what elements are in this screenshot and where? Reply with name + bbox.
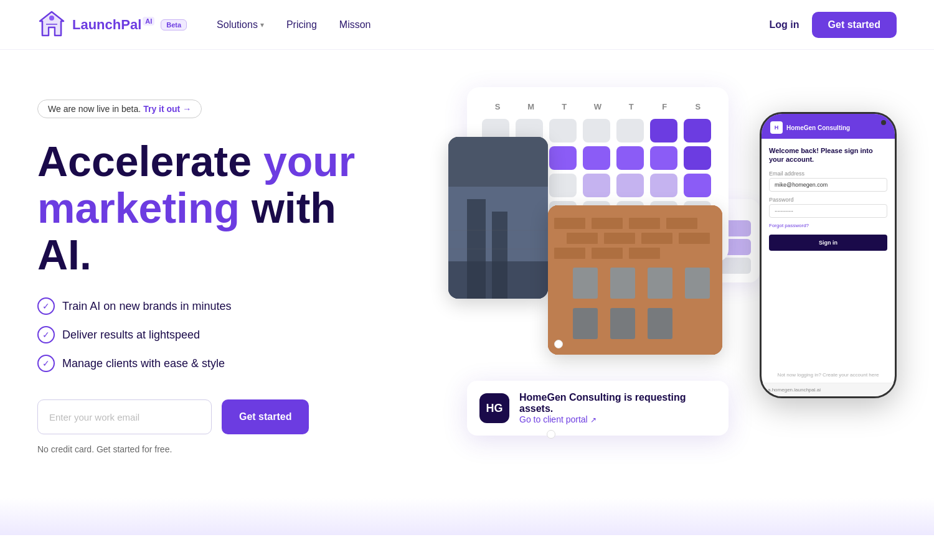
cal-day-t1: T [549, 102, 580, 111]
cal-cell [684, 174, 711, 197]
svg-rect-11 [592, 218, 623, 229]
cal-day-s2: S [682, 102, 714, 111]
nav-get-started-button[interactable]: Get started [812, 12, 897, 38]
svg-rect-23 [648, 268, 672, 299]
phone-screen: H HomeGen Consulting Welcome back! Pleas… [762, 114, 895, 396]
login-button[interactable]: Log in [770, 19, 800, 30]
nav-left: LaunchPalAI Beta Solutions ▾ Pricing Mis… [37, 11, 371, 39]
cal-cell [583, 174, 610, 197]
cal-cell [684, 119, 711, 142]
cal-cell [650, 174, 677, 197]
beta-pill: We are now live in beta. Try it out → [37, 100, 202, 118]
cal-cell [650, 119, 677, 142]
cal-day-s1: S [482, 102, 513, 111]
title-marketing: marketing [37, 184, 252, 231]
phone-email-label: Email address [769, 170, 887, 177]
cal-cell [650, 146, 677, 170]
navbar: LaunchPalAI Beta Solutions ▾ Pricing Mis… [0, 0, 934, 50]
svg-rect-27 [648, 308, 672, 339]
feature-2: ✓ Deliver results at lightspeed [37, 326, 386, 343]
photo-building-inner [548, 205, 722, 355]
svg-rect-19 [592, 248, 623, 259]
svg-rect-26 [610, 308, 635, 339]
phone-forgot-password: Forgot password? [769, 223, 887, 228]
check-icon-3: ✓ [37, 355, 55, 372]
hero-section: We are now live in beta. Try it out → Ac… [0, 50, 934, 498]
phone-mockup: H HomeGen Consulting Welcome back! Pleas… [760, 112, 897, 398]
check-icon-2: ✓ [37, 326, 55, 343]
cal-day-w: W [582, 102, 613, 111]
svg-rect-22 [610, 268, 635, 299]
dot-indicator-2 [547, 430, 555, 439]
svg-rect-18 [554, 248, 585, 259]
arrow-icon: ↗ [590, 416, 597, 424]
nav-link-solutions[interactable]: Solutions ▾ [217, 19, 264, 30]
feature-3: ✓ Manage clients with ease & style [37, 355, 386, 372]
notif-icon: HG [479, 393, 509, 423]
notif-link[interactable]: Go to client portal ↗ [519, 414, 716, 424]
cal-cell [684, 146, 711, 170]
notification-card[interactable]: HG HomeGen Consulting is requesting asse… [467, 381, 729, 436]
cal-cell [549, 174, 577, 197]
hero-left: We are now live in beta. Try it out → Ac… [37, 87, 386, 454]
svg-rect-14 [567, 233, 598, 244]
nav-link-mission[interactable]: Misson [339, 19, 371, 30]
title-your: your [263, 138, 355, 185]
cal-cell [616, 146, 644, 170]
svg-rect-21 [573, 268, 598, 299]
logo-icon [37, 11, 66, 39]
notif-title: HomeGen Consulting is requesting assets. [519, 392, 716, 414]
svg-rect-15 [604, 233, 635, 244]
nav-link-pricing[interactable]: Pricing [286, 19, 317, 30]
svg-rect-5 [448, 261, 548, 299]
cta-row: Get started [37, 399, 386, 434]
nav-links: Solutions ▾ Pricing Misson [217, 19, 370, 30]
cal-day-t2: T [616, 102, 647, 111]
cal-cell [583, 119, 610, 142]
email-input[interactable] [37, 399, 212, 434]
svg-rect-10 [554, 218, 585, 229]
phone-top-bar: H HomeGen Consulting [762, 114, 895, 139]
check-icon-1: ✓ [37, 297, 55, 315]
svg-point-0 [49, 16, 54, 21]
beta-pill-link[interactable]: Try it out → [143, 104, 191, 114]
beta-badge: Beta [161, 19, 187, 30]
phone-password-label: Password [769, 197, 887, 203]
cal-cell [549, 119, 577, 142]
phone-password-input: ············ [769, 204, 887, 218]
logo-area: LaunchPalAI Beta [37, 11, 187, 39]
cal-cell [583, 146, 610, 170]
logo-text: LaunchPalAI [72, 17, 154, 33]
get-started-button[interactable]: Get started [222, 399, 309, 434]
phone-password-field: Password ············ [769, 197, 887, 218]
dot-indicator-1 [554, 340, 563, 348]
photo-building [548, 205, 722, 355]
chevron-down-icon: ▾ [260, 21, 264, 29]
svg-rect-24 [685, 268, 710, 299]
cal-day-m: M [516, 102, 547, 111]
title-accelerate: Accelerate [37, 138, 263, 185]
svg-rect-13 [666, 218, 697, 229]
svg-rect-20 [629, 248, 660, 259]
hero-title: Accelerate your marketing with AI. [37, 138, 386, 278]
svg-rect-12 [629, 218, 660, 229]
cal-cell [549, 146, 577, 170]
cal-cell [616, 174, 644, 197]
svg-rect-25 [573, 308, 598, 339]
nav-right: Log in Get started [770, 12, 897, 38]
no-cc-text: No credit card. Get started for free. [37, 444, 386, 454]
photo-stairs [448, 137, 548, 299]
phone-signin-button: Sign in [769, 235, 887, 251]
phone-welcome-text: Welcome back! Please sign into your acco… [769, 146, 887, 164]
bottom-gradient-bar [0, 498, 934, 535]
phone-browser-bar: a.homegen.launchpal.ai [762, 383, 895, 396]
phone-url: a.homegen.launchpal.ai [768, 387, 821, 393]
phone-content: Welcome back! Please sign into your acco… [762, 139, 895, 367]
svg-rect-16 [641, 233, 672, 244]
photo-stairs-inner [448, 137, 548, 299]
phone-camera [881, 120, 886, 125]
cal-day-f: F [649, 102, 680, 111]
svg-rect-17 [679, 233, 710, 244]
phone-email-input: mike@homegen.com [769, 178, 887, 192]
phone-email-field: Email address mike@homegen.com [769, 170, 887, 192]
